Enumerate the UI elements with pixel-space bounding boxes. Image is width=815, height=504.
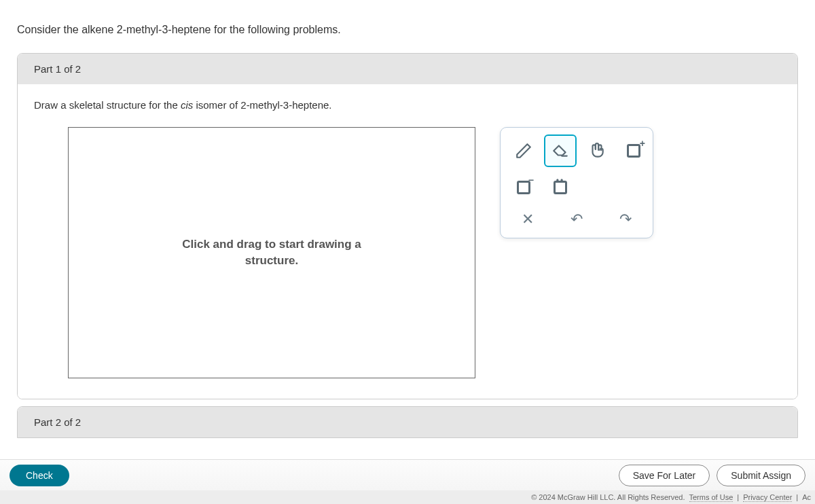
undo-button[interactable]: ↶ (562, 211, 592, 228)
lone-pair-tool[interactable] (544, 171, 577, 204)
problem-prompt: Consider the alkene 2-methyl-3-heptene f… (0, 0, 815, 53)
clear-button[interactable]: ✕ (513, 211, 543, 228)
part1-body: Draw a skeletal structure for the cis is… (18, 84, 797, 399)
part1-header: Part 1 of 2 (18, 54, 797, 84)
accessibility-link[interactable]: Ac (802, 493, 811, 501)
terms-link[interactable]: Terms of Use (689, 493, 734, 502)
part1-card: Part 1 of 2 Draw a skeletal structure fo… (17, 53, 798, 399)
eraser-icon (551, 142, 569, 160)
negative-charge-tool[interactable] (507, 171, 540, 204)
part2-card: Part 2 of 2 (17, 406, 798, 438)
tool-empty-1 (581, 171, 613, 204)
submit-assignment-button[interactable]: Submit Assign (717, 465, 805, 486)
eraser-tool[interactable] (544, 134, 577, 167)
save-for-later-button[interactable]: Save For Later (619, 465, 710, 486)
footer-copyright: © 2024 McGraw Hill LLC. All Rights Reser… (531, 493, 685, 501)
square-plus-icon (627, 144, 640, 158)
footer: © 2024 McGraw Hill LLC. All Rights Reser… (0, 490, 815, 504)
square-minus-icon (517, 181, 530, 194)
hand-icon (588, 142, 606, 160)
tool-empty-2 (617, 171, 650, 204)
check-button[interactable]: Check (10, 465, 69, 486)
drawing-canvas[interactable]: Click and drag to start drawing a struct… (68, 127, 475, 378)
part1-instruction: Draw a skeletal structure for the cis is… (34, 99, 781, 111)
instr-italic: cis (181, 99, 193, 111)
privacy-link[interactable]: Privacy Center (743, 493, 792, 502)
instr-b: isomer of 2-methyl-3-heptene. (193, 99, 331, 111)
pencil-tool[interactable] (507, 134, 540, 167)
hand-tool[interactable] (581, 134, 613, 167)
tool-palette: ✕ ↶ ↷ (500, 127, 653, 238)
bottom-toolbar: Check Save For Later Submit Assign (0, 459, 815, 490)
part2-header[interactable]: Part 2 of 2 (18, 407, 797, 437)
pencil-icon (515, 142, 532, 160)
redo-button[interactable]: ↷ (611, 211, 640, 228)
instr-a: Draw a skeletal structure for the (34, 99, 181, 111)
drawing-hint: Click and drag to start drawing a struct… (182, 236, 361, 269)
square-dots-icon (554, 181, 567, 194)
positive-charge-tool[interactable] (617, 134, 650, 167)
